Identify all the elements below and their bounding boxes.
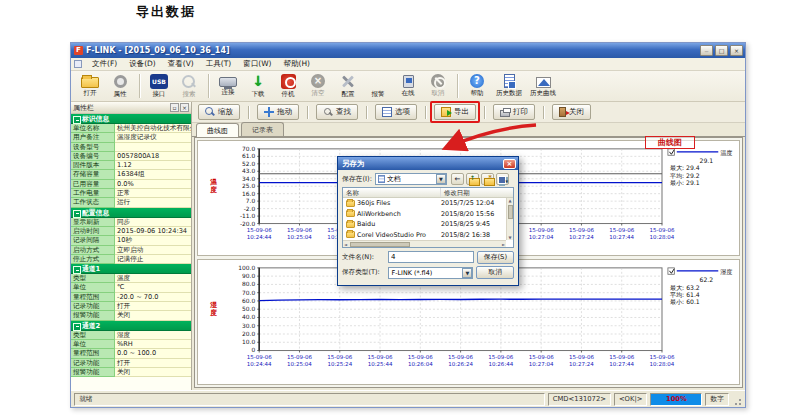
property-row[interactable]: 报警功能关闭 [71, 368, 191, 377]
resize-grip[interactable] [732, 393, 742, 406]
svg-text:15-09-06: 15-09-06 [368, 354, 394, 360]
svg-text:10.0: 10.0 [242, 339, 255, 345]
tab-curve-chart[interactable]: 曲线图 [196, 123, 239, 137]
toolbar-button-在线[interactable]: 在线 [393, 75, 423, 98]
column-name[interactable]: 名称 [343, 188, 441, 197]
tab-record-table[interactable]: 记录表 [241, 122, 284, 136]
toolbar-button-配置[interactable]: 配置 [333, 74, 363, 99]
property-section-header[interactable]: 标识信息 [71, 114, 191, 124]
file-list-item[interactable]: Baidu2015/8/25 9:45 [343, 219, 506, 230]
property-row[interactable]: 类型湿度 [71, 331, 191, 340]
menu-item-3[interactable]: 工具(T) [200, 59, 237, 69]
property-section-header[interactable]: 通道1 [71, 264, 191, 274]
toolbar-button-接口[interactable]: 接口 [144, 74, 174, 99]
property-row[interactable]: 启动时间2015-09-06 10:24:34 [71, 227, 191, 236]
property-row[interactable]: 存储容量16384组 [71, 170, 191, 179]
save-in-value: 文档 [387, 174, 434, 184]
minimize-icon[interactable] [700, 45, 713, 56]
menu-item-0[interactable]: 文件(F) [86, 59, 123, 69]
filename-input[interactable] [388, 251, 474, 263]
cancel-button[interactable]: 取消 [476, 266, 514, 279]
property-row[interactable]: 启动方式立即启动 [71, 246, 191, 255]
property-row[interactable]: 单位%RH [71, 340, 191, 349]
property-row[interactable]: 记录功能打开 [71, 302, 191, 311]
chart-toolbar-button-拖动[interactable]: 拖动 [257, 104, 299, 120]
menu-item-1[interactable]: 设备(D) [123, 59, 162, 69]
property-row[interactable]: 设备编号0057800A18 [71, 152, 191, 161]
chart-toolbar-button-缩放[interactable]: 缩放 [198, 104, 240, 120]
menu-item-2[interactable]: 查看(V) [162, 59, 200, 69]
property-row[interactable]: 工作电量正常 [71, 189, 191, 198]
property-row[interactable]: 用户备注温湿度记录仪 [71, 133, 191, 142]
file-date-modified: 2015/8/25 9:45 [441, 220, 506, 228]
horizontal-scrollbar[interactable] [343, 240, 506, 247]
toolbar-button-历史数据[interactable]: 历史数据 [492, 74, 526, 98]
toolbar-button-报警[interactable]: 报警 [363, 74, 393, 99]
menu-item-5[interactable]: 帮助(H) [278, 59, 317, 69]
back-icon[interactable] [451, 173, 464, 185]
toolbar-button-帮助[interactable]: 帮助 [462, 74, 492, 98]
column-date-modified[interactable]: 修改日期 [441, 188, 513, 197]
svg-text:10:24:44: 10:24:44 [247, 361, 272, 367]
file-list-item[interactable]: AliWorkbench2015/8/20 15:56 [343, 209, 506, 220]
property-row[interactable]: 单位℃ [71, 283, 191, 292]
menu-item-4[interactable]: 窗口(W) [237, 59, 277, 69]
file-date-modified: 2015/8/2 16:38 [441, 231, 506, 239]
property-row[interactable]: 单位名称杭州美控自动化技术有限公司 [71, 124, 191, 133]
chart-toolbar-button-打印[interactable]: 打印 [493, 104, 535, 120]
filetype-combobox[interactable]: F-LINK (*.fl4) ▼ [388, 267, 473, 279]
toolbar-separator [543, 106, 544, 119]
property-section-header[interactable]: 通道2 [71, 321, 191, 331]
panel-close-icon[interactable] [180, 103, 189, 112]
dialog-close-icon[interactable]: × [503, 159, 516, 169]
property-section-header[interactable]: 配置信息 [71, 208, 191, 218]
close-icon[interactable] [730, 45, 743, 56]
maximize-icon[interactable] [715, 45, 728, 56]
views-menu-icon[interactable] [496, 173, 509, 185]
property-label: 记录功能 [71, 359, 115, 368]
chart-toolbar-button-查找[interactable]: 查找 [316, 104, 358, 120]
toolbar-button-连接[interactable]: 连接 [213, 75, 243, 97]
property-row[interactable]: 量程范围-20.0 ~ 70.0 [71, 293, 191, 302]
toolbar-separator [139, 74, 140, 98]
save-button[interactable]: 保存(S) [477, 251, 514, 264]
toolbar-button-历史曲线[interactable]: 历史曲线 [526, 75, 560, 98]
horizontal-scroll-thumb[interactable] [350, 242, 410, 247]
chart-toolbar-button-关闭[interactable]: 关闭 [552, 104, 591, 120]
pin-icon[interactable] [170, 103, 179, 112]
combo-dropdown-icon[interactable]: ▼ [436, 174, 446, 184]
property-value: 运行 [115, 198, 191, 207]
find-icon [323, 107, 333, 117]
property-row[interactable]: 工作状态运行 [71, 198, 191, 207]
property-row[interactable]: 停止方式记满停止 [71, 255, 191, 264]
chart-toolbar-button-选项[interactable]: 选项 [375, 104, 417, 120]
property-row[interactable]: 显示刷新同步 [71, 218, 191, 227]
property-row[interactable]: 已用容量0.0% [71, 180, 191, 189]
file-list-item[interactable]: 360js Files2015/7/25 12:04 [343, 198, 506, 209]
save-in-combobox[interactable]: 文档 ▼ [375, 173, 447, 185]
vertical-scrollbar[interactable] [506, 198, 513, 240]
property-row[interactable]: 记录间隔10秒 [71, 236, 191, 245]
property-row[interactable]: 类型温度 [71, 274, 191, 283]
property-value: 杭州美控自动化技术有限公司 [115, 124, 191, 133]
vertical-scroll-thumb[interactable] [508, 205, 513, 219]
property-row[interactable]: 记录功能打开 [71, 359, 191, 368]
toolbar-button-label: 搜索 [183, 90, 196, 99]
up-one-level-icon[interactable] [466, 173, 479, 185]
property-row[interactable]: 设备型号 [71, 143, 191, 152]
window-titlebar[interactable]: F-LINK - [2015_09_06_10_36_14] [71, 43, 745, 58]
property-row[interactable]: 固件版本1.12 [71, 161, 191, 170]
toolbar-separator [366, 106, 367, 119]
chart-toolbar-button-导出[interactable]: 导出 [434, 104, 476, 120]
toolbar-button-下载[interactable]: 下载 [243, 74, 273, 99]
property-row[interactable]: 报警功能关闭 [71, 311, 191, 320]
new-folder-icon[interactable] [481, 173, 494, 185]
property-row[interactable]: 量程范围0.0 ~ 100.0 [71, 349, 191, 358]
dialog-titlebar[interactable]: 另存为 × [338, 157, 518, 170]
toolbar-button-属性[interactable]: 属性 [105, 74, 135, 99]
filetype-dropdown-icon[interactable]: ▼ [462, 268, 472, 278]
toolbar-button-停机[interactable]: 停机 [273, 74, 303, 99]
toolbar-button-打开[interactable]: 打开 [75, 74, 105, 98]
file-list-item[interactable]: Corel VideoStudio Pro2015/8/2 16:38 [343, 230, 506, 241]
file-list: 名称 修改日期 360js Files2015/7/25 12:04AliWor… [342, 187, 514, 248]
